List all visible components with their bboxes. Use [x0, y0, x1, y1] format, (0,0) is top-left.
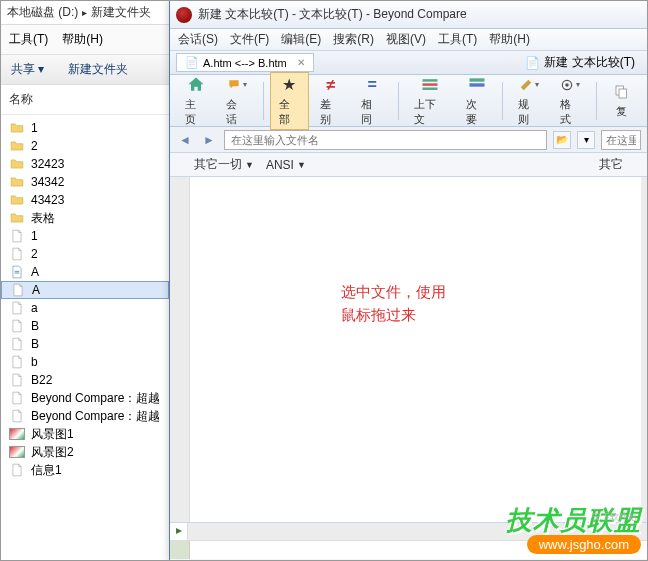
file-name: 34342	[31, 175, 64, 189]
forward-button[interactable]: ►	[200, 131, 218, 149]
file-item[interactable]: b	[1, 353, 169, 371]
menu-session[interactable]: 会话(S)	[178, 31, 218, 48]
annotation-text: 选中文件，使用 鼠标拖过来	[341, 281, 446, 326]
file-name: 1	[31, 229, 38, 243]
file-item[interactable]: B22	[1, 371, 169, 389]
bottom-panel: ▸	[170, 522, 647, 561]
content-pane[interactable]	[190, 177, 641, 522]
breadcrumb-folder[interactable]: 新建文件夹	[91, 4, 151, 21]
session-button[interactable]: ▾ 会话	[217, 72, 256, 130]
titlebar[interactable]: 新建 文本比较(T) - 文本比较(T) - Beyond Compare	[170, 1, 647, 29]
menu-file[interactable]: 文件(F)	[230, 31, 269, 48]
document-icon	[9, 264, 25, 280]
tab-label: A.htm <--> B.htm	[203, 57, 287, 69]
file-item[interactable]: 43423	[1, 191, 169, 209]
file-name: 风景图1	[31, 426, 74, 443]
image-icon	[9, 426, 25, 442]
copy-button[interactable]: 复	[603, 79, 641, 122]
file-item[interactable]: Beyond Compare：超越	[1, 407, 169, 425]
folder-icon	[9, 174, 25, 190]
menu-search[interactable]: 搜索(R)	[333, 31, 374, 48]
diff-button[interactable]: ≠ 差别	[311, 72, 350, 130]
browse-button[interactable]: 📂	[553, 131, 571, 149]
chevron-right-icon: ▸	[82, 7, 87, 18]
document-icon: 📄	[525, 56, 540, 70]
file-name: 32423	[31, 157, 64, 171]
file-item[interactable]: 表格	[1, 209, 169, 227]
file-name: Beyond Compare：超越	[31, 408, 160, 425]
file-name: A	[31, 265, 39, 279]
close-icon[interactable]: ✕	[297, 57, 305, 68]
file-item[interactable]: 1	[1, 227, 169, 245]
menu-tools[interactable]: 工具(T)	[9, 31, 48, 48]
file-item[interactable]: 34342	[1, 173, 169, 191]
filter-other-right[interactable]: 其它	[599, 156, 623, 173]
file-item[interactable]: B	[1, 335, 169, 353]
file-item[interactable]: 1	[1, 119, 169, 137]
file-icon	[9, 354, 25, 370]
svg-rect-1	[15, 273, 20, 274]
thumb-area[interactable]	[190, 541, 647, 559]
file-item[interactable]: A	[1, 281, 169, 299]
new-folder-button[interactable]: 新建文件夹	[68, 61, 128, 78]
all-button[interactable]: ★ 全部	[270, 72, 309, 130]
file-icon	[9, 300, 25, 316]
file-icon	[9, 372, 25, 388]
annotation-line2: 鼠标拖过来	[341, 304, 446, 327]
folder-icon	[9, 120, 25, 136]
minor-icon	[467, 75, 487, 95]
format-button[interactable]: ▾ 格式	[551, 72, 590, 130]
file-item[interactable]: Beyond Compare：超越	[1, 389, 169, 407]
path-input-right[interactable]	[601, 130, 641, 150]
home-button[interactable]: 主页	[176, 72, 215, 130]
context-button[interactable]: 上下文	[405, 72, 455, 130]
file-list: 12324233434243423表格12AAaBBbB22Beyond Com…	[1, 115, 169, 483]
thumb-marker[interactable]	[170, 541, 190, 559]
file-item[interactable]: A	[1, 263, 169, 281]
context-icon	[420, 75, 440, 95]
star-icon: ★	[279, 75, 299, 95]
thumbnail-gutter[interactable]	[170, 177, 190, 522]
menu-help[interactable]: 帮助(H)	[62, 31, 103, 48]
file-name: B	[31, 319, 39, 333]
file-item[interactable]: B	[1, 317, 169, 335]
same-button[interactable]: = 相同	[352, 72, 391, 130]
menu-view[interactable]: 视图(V)	[386, 31, 426, 48]
file-name: 2	[31, 247, 38, 261]
file-item[interactable]: 风景图2	[1, 443, 169, 461]
file-item[interactable]: a	[1, 299, 169, 317]
tab-comparison[interactable]: 📄 A.htm <--> B.htm ✕	[176, 53, 314, 72]
minor-button[interactable]: 次要	[457, 72, 496, 130]
separator	[263, 82, 264, 120]
share-button[interactable]: 共享 ▾	[11, 61, 44, 78]
file-item[interactable]: 风景图1	[1, 425, 169, 443]
filter-encoding[interactable]: ANSI▼	[266, 158, 306, 172]
back-button[interactable]: ◄	[176, 131, 194, 149]
path-input-left[interactable]	[224, 130, 547, 150]
file-name: 风景图2	[31, 444, 74, 461]
menu-tools[interactable]: 工具(T)	[438, 31, 477, 48]
menu-help[interactable]: 帮助(H)	[489, 31, 530, 48]
svg-rect-5	[469, 78, 484, 81]
file-icon	[9, 462, 25, 478]
scrollbar[interactable]	[641, 177, 647, 522]
folder-icon	[9, 156, 25, 172]
rules-button[interactable]: ▾ 规则	[509, 72, 548, 130]
separator	[398, 82, 399, 120]
svg-rect-2	[422, 79, 437, 82]
folder-icon	[9, 192, 25, 208]
file-item[interactable]: 2	[1, 245, 169, 263]
dropdown-button[interactable]: ▾	[577, 131, 595, 149]
file-name: Beyond Compare：超越	[31, 390, 160, 407]
file-item[interactable]: 信息1	[1, 461, 169, 479]
file-item[interactable]: 32423	[1, 155, 169, 173]
breadcrumb[interactable]: 本地磁盘 (D:) ▸ 新建文件夹	[1, 1, 169, 25]
expand-button[interactable]: ▸	[170, 523, 188, 540]
filter-other[interactable]: 其它一切▼	[194, 156, 254, 173]
breadcrumb-disk[interactable]: 本地磁盘 (D:)	[7, 4, 78, 21]
column-header-name[interactable]: 名称	[1, 85, 169, 115]
file-item[interactable]: 2	[1, 137, 169, 155]
tab-new-compare[interactable]: 📄 新建 文本比较(T)	[519, 52, 641, 73]
copy-icon	[612, 82, 632, 102]
menu-edit[interactable]: 编辑(E)	[281, 31, 321, 48]
